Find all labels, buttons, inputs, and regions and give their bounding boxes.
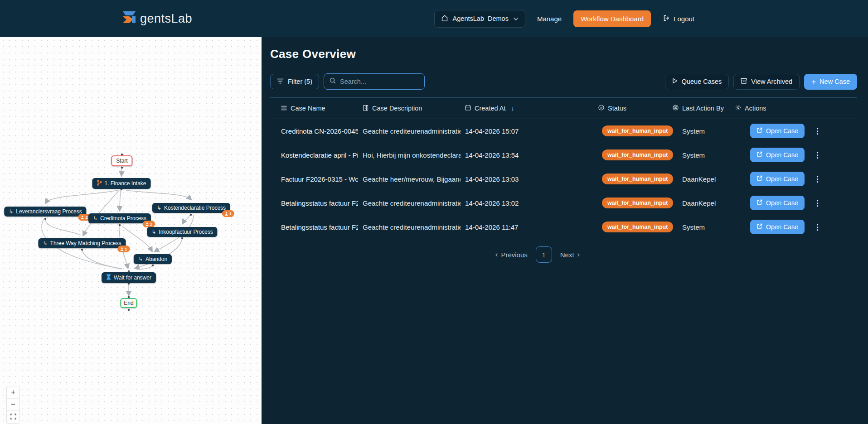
workflow-node-leveranciersvraag[interactable]: ↳ Leveranciersvraag Process 2 [4,207,86,217]
user-circle-icon [673,105,679,112]
workflow-dashboard-button[interactable]: Workflow Dashboard [573,10,651,27]
table-row[interactable]: Betalingsstatus factuur F2026… Geachte c… [270,191,857,215]
workflow-edges [0,37,262,424]
external-link-icon [756,151,762,159]
app-logo[interactable]: gentsLab [119,8,192,29]
calendar-icon [465,105,471,112]
toolbar: Filter (5) [270,73,857,90]
queue-cases-button[interactable]: Queue Cases [665,74,729,89]
subprocess-icon: ↳ [138,256,143,262]
case-overview-panel: Case Overview Filter (5) [262,37,868,424]
row-menu-button[interactable]: ⋮ [811,198,824,209]
navbar: gentsLab AgentsLab_Demos Manage Workflow… [0,0,868,37]
status-badge: wait_for_human_input [602,149,673,160]
open-case-button[interactable]: Open Case [750,124,805,138]
subprocess-icon: ↳ [9,209,13,214]
status-badge: wait_for_human_input [602,173,673,184]
manage-link[interactable]: Manage [537,15,562,23]
logo-text: gentsLab [140,12,192,26]
external-link-icon [756,223,762,231]
navbar-actions: AgentsLab_Demos Manage Workflow Dashboar… [434,10,694,28]
zoom-in-button[interactable]: + [7,386,19,399]
workspace-selector[interactable]: AgentsLab_Demos [434,10,525,28]
hourglass-icon [106,274,111,281]
workspace-name: AgentsLab_Demos [453,15,509,22]
external-link-icon [756,199,762,207]
workflow-node-kostendeclaratie[interactable]: ↳ Kostendeclaratie Process 1 [152,203,230,213]
logout-link[interactable]: Logout [663,14,694,23]
gear-icon [735,105,741,112]
column-header-created-at[interactable]: Created At ↓ [465,105,598,112]
table-row[interactable]: Kostendeclaratie april - Pieter… Hoi, Hi… [270,143,857,167]
page-number-button[interactable]: 1 [536,246,552,263]
workflow-node-creditnota[interactable]: ↳ Creditnota Process 1 [88,213,151,223]
workflow-node-inkoopfactuur[interactable]: ↳ Inkoopfactuur Process [147,227,217,237]
page-title: Case Overview [270,47,857,61]
previous-page-button[interactable]: ‹ Previous [495,250,528,259]
table-row[interactable]: Factuur F2026-0315 - Wolters … Geachte h… [270,167,857,191]
search-icon [330,77,336,86]
status-badge: wait_for_human_input [602,198,673,208]
cases-table: Case Name Case Description [270,97,857,239]
branch-icon [97,180,102,187]
search-input[interactable] [340,78,419,85]
row-menu-button[interactable]: ⋮ [811,125,824,137]
archive-icon [741,78,747,86]
content-area: Start 1. Finance Intake ↳ Leveranciersvr… [0,37,868,424]
workflow-node-three-way-matching[interactable]: ↳ Three Way Matching Process 1 [38,238,126,248]
chevron-down-icon [513,15,519,22]
row-menu-button[interactable]: ⋮ [811,149,824,161]
status-badge: wait_for_human_input [602,222,673,232]
sort-descending-icon[interactable]: ↓ [511,105,514,112]
external-link-icon [756,175,762,183]
subprocess-icon: ↳ [93,216,97,221]
home-icon [441,14,448,23]
logo-icon [119,8,139,29]
list-icon [281,105,287,112]
column-header-status[interactable]: Status [598,105,673,112]
next-page-button[interactable]: Next › [560,250,580,259]
subprocess-icon: ↳ [43,241,47,246]
chevron-left-icon: ‹ [495,250,498,259]
workflow-canvas[interactable]: Start 1. Finance Intake ↳ Leveranciersvr… [0,37,262,424]
canvas-controls: + − [6,386,20,424]
open-case-button[interactable]: Open Case [750,172,805,186]
logout-icon [663,14,670,23]
subprocess-icon: ↳ [157,205,161,211]
workflow-node-start[interactable]: Start [111,155,132,166]
assignee-count-badge: 1 [143,221,155,227]
assignee-count-badge: 1 [117,246,130,252]
fit-view-icon [10,413,16,422]
new-case-button[interactable]: + New Case [804,74,857,90]
chevron-right-icon: › [577,250,580,259]
column-header-case-description[interactable]: Case Description [363,105,465,112]
column-header-case-name[interactable]: Case Name [281,105,363,112]
fit-view-button[interactable] [7,411,19,423]
filter-button[interactable]: Filter (5) [270,74,319,89]
zoom-out-button[interactable]: − [7,399,19,411]
pagination: ‹ Previous 1 Next › [270,246,805,263]
open-case-button[interactable]: Open Case [750,148,805,162]
column-header-actions: Actions [735,105,857,112]
workflow-node-end[interactable]: End [120,298,137,308]
table-row[interactable]: Creditnota CN-2026-0045 - IT… Geachte cr… [270,119,857,143]
external-link-icon [756,127,762,135]
plus-icon: + [811,78,816,86]
open-case-button[interactable]: Open Case [750,220,805,234]
table-header-row: Case Name Case Description [270,98,857,119]
status-badge: wait_for_human_input [602,125,673,136]
view-archived-button[interactable]: View Archived [733,74,800,90]
scroll-icon [363,105,369,112]
row-menu-button[interactable]: ⋮ [811,222,824,233]
open-case-button[interactable]: Open Case [750,196,805,210]
subprocess-icon: ↳ [151,229,156,235]
search-box [324,73,425,90]
workflow-node-abandon[interactable]: ↳ Abandon [134,254,172,264]
workflow-node-finance-intake[interactable]: 1. Finance Intake [92,178,150,189]
column-header-last-action-by[interactable]: Last Action By [673,105,735,112]
filter-icon [277,78,284,85]
row-menu-button[interactable]: ⋮ [811,173,824,185]
table-row[interactable]: Betalingsstatus factuur F2026… Geachte c… [270,215,857,239]
workflow-node-wait-for-answer[interactable]: Wait for answer [102,272,156,283]
app-root: gentsLab AgentsLab_Demos Manage Workflow… [0,0,868,424]
